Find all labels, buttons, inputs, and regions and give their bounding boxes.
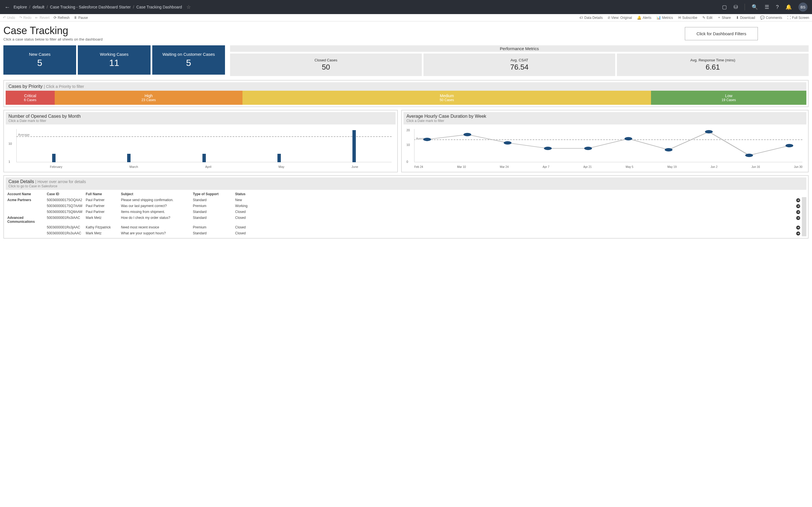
pause-button[interactable]: ⏸Pause bbox=[73, 15, 88, 20]
bar-june[interactable] bbox=[352, 130, 356, 162]
bar-april[interactable] bbox=[202, 154, 206, 163]
line-point[interactable] bbox=[705, 130, 713, 133]
bar-march[interactable] bbox=[127, 154, 131, 163]
line-point[interactable] bbox=[504, 141, 512, 145]
bar-xlabel: May bbox=[278, 165, 285, 168]
priority-low[interactable]: Low 19 Cases bbox=[651, 91, 806, 105]
download-button[interactable]: ⬇Download bbox=[736, 15, 755, 20]
priority-critical[interactable]: Critical 6 Cases bbox=[6, 91, 55, 105]
arrow-right-icon[interactable]: ➔ bbox=[796, 204, 800, 208]
scrollbar[interactable] bbox=[802, 197, 806, 236]
line-ytick-0: 0 bbox=[406, 160, 408, 163]
device-icon[interactable]: ▢ bbox=[722, 4, 727, 10]
line-point[interactable] bbox=[463, 133, 471, 136]
table-row[interactable]: Advanced Communications5003i000001Rs3iAA… bbox=[6, 215, 806, 224]
bar-february[interactable] bbox=[52, 154, 56, 163]
priority-high[interactable]: High 23 Cases bbox=[55, 91, 243, 105]
details-subtitle: Click to go to Case in Salesforce bbox=[8, 184, 804, 188]
revert-button[interactable]: ⇤Revert bbox=[35, 15, 49, 20]
kpi-waiting-cases[interactable]: Waiting on Customer Cases 5 bbox=[152, 45, 225, 75]
arrow-right-icon[interactable]: ➔ bbox=[796, 198, 800, 202]
favorite-star-icon[interactable]: ☆ bbox=[186, 4, 191, 10]
cell-support: Standard bbox=[191, 230, 234, 236]
cell-account bbox=[6, 224, 45, 230]
metrics-button[interactable]: 📊Metrics bbox=[656, 15, 673, 20]
cell-caseid: 5003i0000017SQ8AAM bbox=[45, 209, 84, 215]
data-source-icon[interactable]: ⛁ bbox=[733, 4, 738, 10]
breadcrumb-default[interactable]: default bbox=[33, 5, 44, 9]
cell-account bbox=[6, 203, 45, 209]
undo-button[interactable]: ↶Undo bbox=[3, 15, 15, 20]
alerts-button[interactable]: 🔔Alerts bbox=[637, 15, 651, 20]
bar-ytick-10: 10 bbox=[8, 142, 12, 145]
cell-fullname: Paul Partner bbox=[84, 209, 119, 215]
perf-avg-csat[interactable]: Avg. CSAT 76.54 bbox=[423, 54, 615, 76]
bar-xlabel: April bbox=[205, 165, 211, 168]
search-icon[interactable]: 🔍 bbox=[752, 4, 758, 10]
table-row[interactable]: Acme Partners5003i0000017SOQAA2Paul Part… bbox=[6, 197, 806, 203]
share-button[interactable]: ⚬Share bbox=[718, 15, 731, 20]
cell-status: New bbox=[234, 197, 757, 203]
arrow-right-icon[interactable]: ➔ bbox=[796, 210, 800, 214]
priority-panel-title: Cases by Priority | Click a Priority to … bbox=[8, 84, 84, 89]
subscribe-button[interactable]: ✉Subscribe bbox=[678, 15, 697, 20]
cell-fullname: Mark Metz bbox=[84, 215, 119, 224]
breadcrumb: Explore / default / Case Tracking - Sale… bbox=[13, 4, 722, 10]
bar-xlabel: March bbox=[130, 165, 138, 168]
comments-button[interactable]: 💬Comments bbox=[760, 15, 782, 20]
perf-closed-cases[interactable]: Closed Cases 50 bbox=[230, 54, 422, 76]
line-ytick-10: 10 bbox=[406, 143, 410, 147]
help-icon[interactable]: ? bbox=[776, 4, 779, 10]
line-point[interactable] bbox=[624, 137, 632, 140]
table-row[interactable]: 5003i000001Rs3uAACMark MetzWhat are your… bbox=[6, 230, 806, 236]
back-arrow-icon[interactable]: ← bbox=[4, 4, 10, 10]
redo-button[interactable]: ↷Redo bbox=[19, 15, 32, 20]
line-point[interactable] bbox=[585, 147, 592, 150]
table-row[interactable]: 5003i0000017SQ8AAMPaul PartnerItems miss… bbox=[6, 209, 806, 215]
notifications-icon[interactable]: 🔔 bbox=[785, 4, 792, 10]
chart-row: Number of Opened Cases by Month Click a … bbox=[3, 110, 809, 172]
kpi-new-cases[interactable]: New Cases 5 bbox=[3, 45, 76, 75]
bar-may[interactable] bbox=[277, 154, 281, 163]
edit-button[interactable]: ✎Edit bbox=[702, 15, 712, 20]
priority-medium[interactable]: Medium 50 Cases bbox=[243, 91, 651, 105]
fullscreen-button[interactable]: ⛶Full Screen bbox=[787, 15, 809, 20]
line-xlabel: Jun 16 bbox=[751, 165, 760, 168]
breadcrumb-workbook[interactable]: Case Tracking - Salesforce Dashboard Sta… bbox=[50, 5, 131, 9]
cell-support: Standard bbox=[191, 209, 234, 215]
line-point[interactable] bbox=[785, 144, 794, 147]
kpi-working-cases[interactable]: Working Cases 11 bbox=[78, 45, 151, 75]
cases-by-priority-panel: Cases by Priority | Click a Priority to … bbox=[3, 80, 809, 107]
cell-fullname: Paul Partner bbox=[84, 203, 119, 209]
dashboard-filters-button[interactable]: Click for Dashboard Filters bbox=[685, 27, 758, 40]
arrow-right-icon[interactable]: ➔ bbox=[796, 226, 800, 230]
perf-avg-response-time[interactable]: Avg. Response Time (mins) 6.61 bbox=[617, 54, 809, 76]
list-icon[interactable]: ☰ bbox=[765, 4, 769, 10]
col-support: Type of Support bbox=[191, 191, 234, 197]
line-xlabel: Jun 30 bbox=[794, 165, 802, 168]
line-chart[interactable]: 20 10 0 Average Feb 24Mar 10Mar 24Apr 7A… bbox=[405, 127, 805, 169]
arrow-right-icon[interactable]: ➔ bbox=[796, 216, 800, 220]
table-row[interactable]: 5003i000001Rs3jAACKathy FitzpatrickNeed … bbox=[6, 224, 806, 230]
cell-subject: Items missing from shipment. bbox=[119, 209, 191, 215]
opened-cases-chart-panel: Number of Opened Cases by Month Click a … bbox=[3, 110, 398, 172]
line-xlabel: Mar 10 bbox=[457, 165, 466, 168]
line-point[interactable] bbox=[423, 138, 432, 141]
line-chart-title: Average Hourly Case Duration by Week bbox=[406, 114, 804, 119]
cell-account: Acme Partners bbox=[6, 197, 45, 203]
view-button[interactable]: ⎚View: Original bbox=[608, 15, 632, 20]
line-point[interactable] bbox=[665, 148, 673, 152]
table-row[interactable]: 5003i0000017SQ7AAMPaul PartnerWas our la… bbox=[6, 203, 806, 209]
bar-chart[interactable]: 10 1 Average FebruaryMarchAprilMayJune bbox=[7, 127, 394, 169]
user-avatar[interactable]: BS bbox=[799, 3, 808, 11]
col-account: Account Name bbox=[6, 191, 45, 197]
breadcrumb-explore[interactable]: Explore bbox=[13, 5, 27, 9]
line-xlabel: Feb 24 bbox=[414, 165, 423, 168]
cell-caseid: 5003i000001Rs3jAAC bbox=[45, 224, 84, 230]
arrow-right-icon[interactable]: ➔ bbox=[796, 231, 800, 235]
data-details-button[interactable]: 🏷Data Details bbox=[579, 15, 603, 20]
line-point[interactable] bbox=[544, 147, 552, 150]
cell-status: Closed bbox=[234, 215, 757, 224]
refresh-button[interactable]: ⟳Refresh bbox=[54, 15, 70, 20]
line-point[interactable] bbox=[746, 154, 753, 157]
